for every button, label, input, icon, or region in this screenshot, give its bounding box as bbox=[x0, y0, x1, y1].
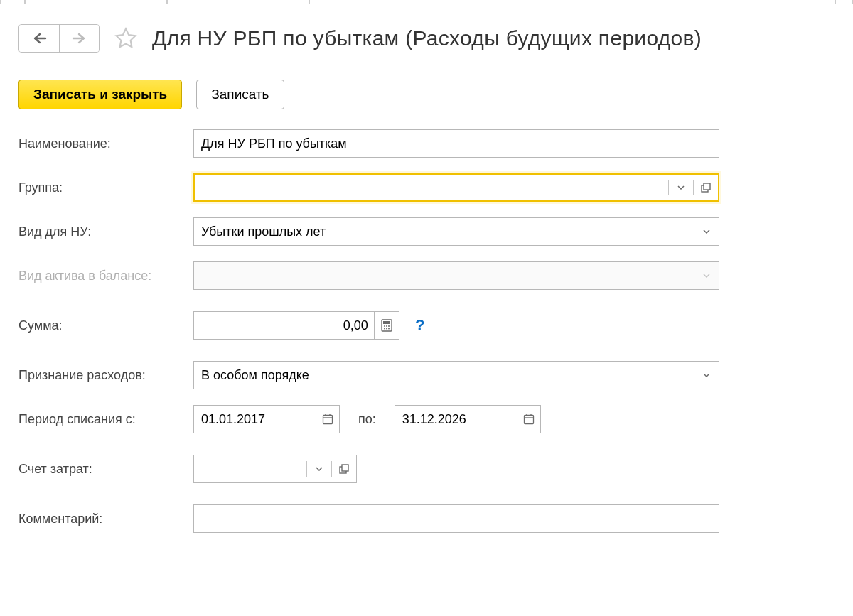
svg-rect-14 bbox=[524, 416, 533, 424]
comment-input-wrap bbox=[193, 504, 719, 533]
nu-type-dropdown-button[interactable] bbox=[694, 218, 719, 245]
name-input-wrap bbox=[193, 129, 719, 158]
arrow-left-icon bbox=[31, 33, 47, 44]
page-title: Для НУ РБП по убыткам (Расходы будущих п… bbox=[152, 26, 702, 50]
account-combo[interactable] bbox=[193, 455, 357, 483]
svg-point-4 bbox=[384, 325, 385, 327]
asset-type-label: Вид актива в балансе: bbox=[18, 269, 193, 283]
amount-hint-button[interactable]: ? bbox=[415, 316, 424, 335]
save-and-close-button[interactable]: Записать и закрыть bbox=[18, 80, 182, 109]
svg-rect-3 bbox=[383, 321, 390, 324]
recognition-dropdown-button[interactable] bbox=[694, 362, 719, 389]
calendar-icon bbox=[322, 414, 333, 425]
svg-rect-1 bbox=[704, 183, 710, 190]
amount-label: Сумма: bbox=[18, 318, 193, 333]
period-from-input[interactable] bbox=[194, 406, 316, 433]
period-to-calendar-button[interactable] bbox=[517, 406, 540, 433]
amount-calculator-button[interactable] bbox=[374, 312, 399, 339]
asset-type-dropdown-button bbox=[694, 262, 719, 289]
period-from-calendar-button[interactable] bbox=[316, 406, 339, 433]
group-combo[interactable] bbox=[193, 173, 719, 202]
open-dialog-icon bbox=[339, 464, 349, 474]
nav-back-button[interactable] bbox=[19, 25, 59, 52]
svg-point-6 bbox=[388, 325, 390, 327]
chevron-down-icon bbox=[677, 185, 685, 190]
group-input[interactable] bbox=[195, 175, 668, 200]
chevron-down-icon bbox=[703, 274, 710, 278]
calculator-icon bbox=[381, 319, 392, 332]
title-row: Для НУ РБП по убыткам (Расходы будущих п… bbox=[18, 24, 835, 53]
comment-input[interactable] bbox=[201, 505, 712, 532]
chevron-down-icon bbox=[316, 467, 323, 471]
name-label: Наименование: bbox=[18, 136, 193, 151]
asset-type-combo bbox=[193, 261, 719, 290]
svg-point-9 bbox=[388, 328, 390, 330]
nu-type-label: Вид для НУ: bbox=[18, 225, 193, 239]
account-input[interactable] bbox=[194, 455, 306, 482]
chevron-down-icon bbox=[703, 229, 710, 234]
group-label: Группа: bbox=[18, 180, 193, 195]
svg-point-7 bbox=[384, 328, 385, 330]
svg-point-5 bbox=[386, 325, 387, 327]
amount-input[interactable] bbox=[194, 312, 374, 339]
recognition-input[interactable] bbox=[194, 362, 694, 389]
recognition-combo[interactable] bbox=[193, 361, 719, 389]
open-dialog-icon bbox=[701, 183, 711, 193]
period-to-input[interactable] bbox=[395, 406, 517, 433]
group-dropdown-button[interactable] bbox=[669, 175, 693, 200]
period-to-label: по: bbox=[358, 412, 376, 427]
top-tabs-bar bbox=[0, 0, 853, 4]
nu-type-combo[interactable] bbox=[193, 217, 719, 246]
comment-label: Комментарий: bbox=[18, 512, 193, 526]
nu-type-input[interactable] bbox=[194, 218, 694, 245]
account-label: Счет затрат: bbox=[18, 462, 193, 477]
save-button[interactable]: Записать bbox=[196, 80, 284, 109]
toolbar: Записать и закрыть Записать bbox=[18, 80, 835, 109]
svg-rect-19 bbox=[342, 465, 348, 471]
name-input[interactable] bbox=[201, 130, 712, 157]
asset-type-input bbox=[194, 262, 694, 289]
nav-arrows bbox=[18, 24, 100, 53]
amount-input-wrap bbox=[193, 311, 399, 340]
favorite-star-icon[interactable] bbox=[114, 26, 138, 50]
account-open-button[interactable] bbox=[332, 455, 356, 482]
chevron-down-icon bbox=[703, 373, 710, 377]
period-from-input-wrap bbox=[193, 405, 340, 433]
account-dropdown-button[interactable] bbox=[307, 455, 331, 482]
period-to-input-wrap bbox=[395, 405, 541, 433]
group-open-button[interactable] bbox=[694, 175, 718, 200]
period-label: Период списания с: bbox=[18, 412, 193, 427]
recognition-label: Признание расходов: bbox=[18, 368, 193, 383]
nav-forward-button[interactable] bbox=[59, 25, 99, 52]
arrow-right-icon bbox=[72, 33, 87, 44]
svg-point-8 bbox=[386, 328, 387, 330]
calendar-icon bbox=[523, 414, 535, 425]
svg-rect-10 bbox=[323, 416, 333, 424]
